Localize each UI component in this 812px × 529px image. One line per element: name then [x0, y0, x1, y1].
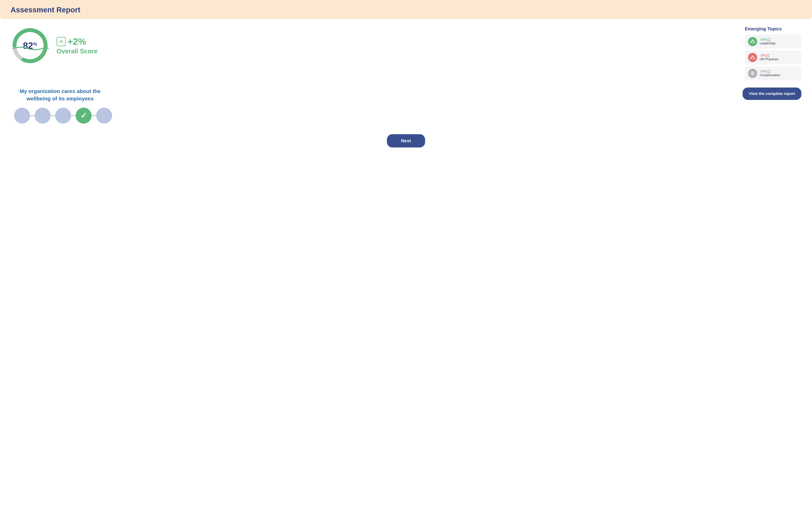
svg-point-4 — [754, 41, 755, 42]
question-side: My organization cares about the wellbein… — [11, 87, 732, 124]
view-report-button[interactable]: View the complete report — [742, 87, 801, 100]
svg-point-10 — [752, 72, 754, 73]
header-banner: Assessment Report — [0, 0, 812, 19]
emerging-item-leadership: +2% ▲ Leadership — [745, 34, 801, 48]
compensation-change: +1% ▲ — [760, 70, 780, 73]
emerging-topics-section: Emerging Topics — [745, 26, 801, 81]
hr-text: -2% ▼ HR Practices — [760, 54, 778, 61]
hr-icon — [748, 53, 757, 62]
svg-point-5 — [752, 56, 753, 57]
score-badge: +2% — [57, 36, 86, 47]
hr-down-icon: ▼ — [766, 54, 769, 57]
dot-3[interactable] — [55, 108, 71, 124]
dot-scale: ✓ — [11, 108, 732, 124]
dot-4-selected[interactable]: ✓ — [76, 108, 91, 124]
dot-2[interactable] — [35, 108, 50, 124]
score-up-icon — [57, 37, 66, 46]
next-button[interactable]: Next — [387, 134, 425, 147]
left-score-area: 82% +2% Overall Score — [11, 26, 98, 65]
score-change: +2% — [68, 36, 86, 47]
leadership-change: +2% ▲ — [760, 38, 775, 42]
main-content: 82% +2% Overall Score — [0, 19, 812, 529]
connector-2 — [50, 115, 56, 116]
compensation-up-icon: ▲ — [767, 70, 770, 73]
compensation-text: +1% ▲ Compensation — [760, 70, 780, 77]
connector-1 — [30, 115, 35, 116]
donut-chart: 82% — [11, 26, 49, 65]
dot-5[interactable] — [96, 108, 112, 124]
leadership-text: +2% ▲ Leadership — [760, 38, 775, 45]
hr-change: -2% ▼ — [760, 54, 778, 57]
right-side: View the complete report — [742, 87, 801, 100]
score-info: +2% Overall Score — [57, 36, 98, 55]
dot-1[interactable] — [14, 108, 30, 124]
svg-point-7 — [754, 57, 755, 58]
emerging-title: Emerging Topics — [745, 26, 801, 32]
emerging-list: +2% ▲ Leadership — [745, 34, 801, 81]
hr-name: HR Practices — [760, 57, 778, 61]
svg-point-2 — [752, 40, 753, 41]
bottom-section: My organization cares about the wellbein… — [11, 87, 801, 124]
score-label: Overall Score — [57, 47, 98, 55]
underline-decoration — [11, 28, 49, 67]
next-btn-container: Next — [11, 134, 801, 147]
top-row: 82% +2% Overall Score — [11, 26, 801, 81]
connector-3 — [71, 115, 76, 116]
leadership-name: Leadership — [760, 42, 775, 45]
leadership-icon — [748, 37, 757, 46]
question-text: My organization cares about the wellbein… — [11, 87, 110, 102]
leadership-up-icon: ▲ — [767, 38, 770, 41]
emerging-item-hr: -2% ▼ HR Practices — [745, 51, 801, 65]
checkmark-icon: ✓ — [81, 112, 87, 119]
page-title: Assessment Report — [11, 6, 801, 14]
svg-point-12 — [752, 74, 754, 75]
compensation-name: Compensation — [760, 73, 780, 77]
compensation-icon: $ — [748, 69, 757, 78]
svg-point-6 — [751, 57, 752, 58]
connector-4 — [91, 115, 97, 116]
emerging-item-compensation: $ +1% ▲ Compensation — [745, 66, 801, 81]
svg-point-11 — [752, 73, 754, 74]
svg-point-3 — [751, 41, 752, 42]
